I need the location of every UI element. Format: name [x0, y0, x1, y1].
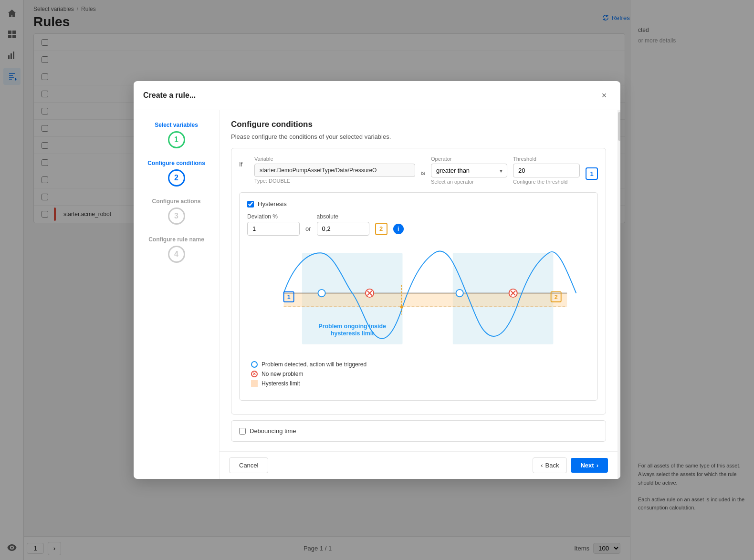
next-button[interactable]: Next › — [571, 458, 608, 473]
condition-badge-1: 1 — [586, 167, 598, 180]
page-background: Select variables / Rules Rules Refresh C… — [0, 0, 754, 560]
section-desc: Please configure the conditions of your … — [231, 133, 606, 140]
wizard-step-3[interactable]: Configure actions 3 — [141, 198, 211, 225]
hysteresis-inputs: Deviation % or absolute 2 i — [247, 213, 590, 236]
back-label: Back — [545, 462, 559, 469]
hysteresis-label: Hysteresis — [258, 200, 287, 207]
threshold-label: Threshold — [513, 156, 580, 162]
modal-close-button[interactable]: × — [597, 89, 611, 102]
threshold-input[interactable] — [513, 164, 580, 177]
chart-area: Problem ongoing inside hysteresis limit … — [247, 241, 590, 387]
scroll-track — [618, 110, 620, 479]
legend-item-no-new: ✕ No new problem — [251, 371, 590, 377]
absolute-input[interactable] — [317, 222, 369, 236]
back-chevron-icon: ‹ — [541, 462, 543, 469]
modal-scroll-area[interactable]: Configure conditions Please configure th… — [220, 110, 618, 451]
absolute-field: absolute — [317, 213, 369, 236]
hysteresis-badge-2: 2 — [375, 223, 387, 235]
wizard-step-4[interactable]: Configure rule name 4 — [141, 236, 211, 263]
wizard-step-3-label: Configure actions — [152, 198, 200, 205]
hysteresis-section: Hysteresis Deviation % or abso — [239, 192, 598, 401]
cancel-button[interactable]: Cancel — [229, 457, 268, 473]
wizard-step-1-circle: 1 — [168, 131, 185, 148]
modal-overlay: Create a rule... × Select variables 1 Co… — [0, 0, 754, 560]
deviation-input[interactable] — [247, 222, 300, 236]
legend-no-new-label: No new problem — [262, 371, 303, 377]
operator-select[interactable]: greater than less than equals not equals — [431, 164, 507, 177]
next-chevron-icon: › — [597, 462, 598, 469]
wizard-step-1-label: Select variables — [155, 122, 198, 128]
svg-point-22 — [456, 290, 463, 297]
legend-detected-label: Problem detected, action will be trigger… — [262, 361, 367, 368]
wizard-step-1[interactable]: Select variables 1 — [141, 122, 211, 148]
debouncing-section: Debouncing time — [231, 420, 606, 442]
section-title: Configure conditions — [231, 120, 606, 129]
wizard-step-2[interactable]: Configure conditions 2 — [141, 160, 211, 187]
if-label: If — [239, 156, 249, 168]
next-label: Next — [580, 462, 594, 469]
legend-rect-icon — [251, 380, 258, 387]
deviation-field: Deviation % — [247, 213, 300, 236]
svg-text:hysteresis limit: hysteresis limit — [331, 330, 374, 337]
svg-text:1: 1 — [287, 294, 291, 301]
chart-legend: Problem detected, action will be trigger… — [247, 361, 590, 387]
modal-title: Create a rule... — [143, 91, 196, 100]
legend-x-icon: ✕ — [251, 371, 258, 377]
variable-block: Variable Type: DOUBLE — [254, 156, 415, 184]
threshold-hint: Configure the threshold — [513, 179, 580, 185]
debouncing-label: Debouncing time — [250, 427, 296, 435]
legend-item-detected: Problem detected, action will be trigger… — [251, 361, 590, 368]
hysteresis-checkbox[interactable] — [247, 201, 254, 207]
wizard-step-3-circle: 3 — [168, 207, 185, 225]
wizard-step-4-label: Configure rule name — [148, 236, 204, 243]
legend-circle-icon — [251, 361, 258, 368]
deviation-label: Deviation % — [247, 213, 300, 220]
wizard-step-4-circle: 4 — [168, 246, 185, 263]
modal-body: Select variables 1 Configure conditions … — [134, 110, 620, 479]
svg-point-30 — [400, 305, 403, 308]
hysteresis-header: Hysteresis — [247, 200, 590, 207]
operator-label: Operator — [431, 156, 507, 162]
svg-text:2: 2 — [555, 294, 558, 301]
absolute-label: absolute — [317, 213, 369, 220]
threshold-block: Threshold Configure the threshold — [513, 156, 580, 185]
condition-card: If Variable Type: DOUBLE is Operator — [231, 148, 606, 415]
modal-content-area: Configure conditions Please configure th… — [220, 110, 618, 479]
variable-input[interactable] — [254, 164, 415, 177]
or-label: or — [305, 225, 311, 232]
svg-rect-14 — [284, 293, 567, 307]
operator-hint: Select an operator — [431, 179, 507, 185]
hysteresis-chart: Problem ongoing inside hysteresis limit … — [247, 241, 590, 356]
operator-select-wrapper: greater than less than equals not equals… — [431, 164, 507, 177]
variable-col-label: Variable — [254, 156, 415, 162]
info-icon[interactable]: i — [393, 224, 404, 234]
wizard-step-2-circle: 2 — [168, 169, 185, 187]
condition-row: If Variable Type: DOUBLE is Operator — [239, 156, 598, 185]
create-rule-modal: Create a rule... × Select variables 1 Co… — [134, 81, 620, 479]
wizard-sidebar: Select variables 1 Configure conditions … — [134, 110, 220, 479]
svg-text:Problem ongoing inside: Problem ongoing inside — [318, 323, 386, 330]
variable-type: Type: DOUBLE — [254, 178, 415, 184]
modal-header: Create a rule... × — [134, 81, 620, 110]
is-label: is — [421, 156, 425, 176]
debouncing-checkbox[interactable] — [239, 428, 246, 435]
modal-footer: Cancel ‹ Back Next › — [220, 451, 618, 479]
back-button[interactable]: ‹ Back — [533, 457, 567, 473]
wizard-step-2-label: Configure conditions — [147, 160, 205, 166]
operator-block: Operator greater than less than equals n… — [431, 156, 507, 185]
scroll-thumb[interactable] — [618, 112, 620, 141]
svg-point-21 — [318, 290, 325, 297]
legend-item-limit: Hysteresis limit — [251, 380, 590, 387]
legend-limit-label: Hysteresis limit — [262, 380, 300, 387]
footer-right: ‹ Back Next › — [533, 457, 608, 473]
debouncing-header: Debouncing time — [239, 427, 598, 435]
